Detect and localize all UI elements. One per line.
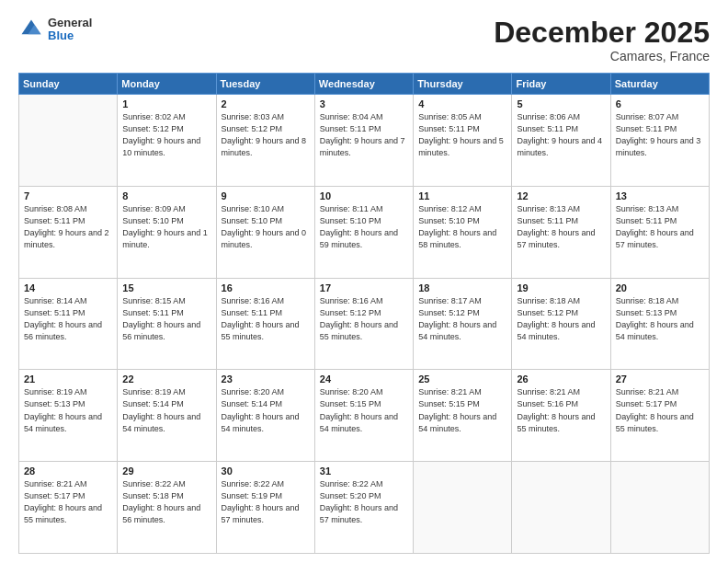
- day-info: Sunrise: 8:22 AMSunset: 5:18 PMDaylight:…: [122, 478, 210, 526]
- calendar-week-row: 21Sunrise: 8:19 AMSunset: 5:13 PMDayligh…: [19, 370, 710, 462]
- day-number: 1: [122, 98, 210, 109]
- day-info: Sunrise: 8:02 AMSunset: 5:12 PMDaylight:…: [122, 111, 210, 159]
- page: General Blue December 2025 Camares, Fran…: [0, 0, 728, 563]
- day-number: 30: [222, 465, 310, 477]
- day-info: Sunrise: 8:22 AMSunset: 5:19 PMDaylight:…: [222, 478, 310, 526]
- day-number: 14: [24, 282, 112, 293]
- table-row: 12Sunrise: 8:13 AMSunset: 5:11 PMDayligh…: [512, 186, 610, 278]
- day-info: Sunrise: 8:19 AMSunset: 5:14 PMDaylight:…: [122, 386, 210, 434]
- table-row: 7Sunrise: 8:08 AMSunset: 5:11 PMDaylight…: [19, 186, 118, 278]
- day-number: 21: [24, 373, 112, 385]
- table-row: 8Sunrise: 8:09 AMSunset: 5:10 PMDaylight…: [118, 186, 216, 278]
- day-info: Sunrise: 8:05 AMSunset: 5:11 PMDaylight:…: [418, 111, 506, 159]
- day-info: Sunrise: 8:12 AMSunset: 5:10 PMDaylight:…: [418, 203, 506, 251]
- day-info: Sunrise: 8:11 AMSunset: 5:10 PMDaylight:…: [320, 203, 408, 251]
- table-row: 5Sunrise: 8:06 AMSunset: 5:11 PMDaylight…: [512, 95, 610, 187]
- calendar-week-row: 28Sunrise: 8:21 AMSunset: 5:17 PMDayligh…: [19, 462, 710, 554]
- day-info: Sunrise: 8:15 AMSunset: 5:11 PMDaylight:…: [122, 295, 210, 343]
- day-info: Sunrise: 8:18 AMSunset: 5:13 PMDaylight:…: [616, 295, 704, 343]
- table-row: 4Sunrise: 8:05 AMSunset: 5:11 PMDaylight…: [414, 95, 512, 187]
- day-number: 9: [222, 190, 310, 201]
- day-info: Sunrise: 8:21 AMSunset: 5:17 PMDaylight:…: [616, 386, 704, 434]
- day-info: Sunrise: 8:21 AMSunset: 5:16 PMDaylight:…: [517, 386, 605, 434]
- title-block: December 2025 Camares, France: [494, 17, 710, 63]
- table-row: 17Sunrise: 8:16 AMSunset: 5:12 PMDayligh…: [314, 278, 413, 370]
- table-row: [19, 95, 118, 187]
- day-info: Sunrise: 8:21 AMSunset: 5:17 PMDaylight:…: [24, 478, 112, 526]
- day-number: 27: [616, 373, 704, 385]
- table-row: [512, 462, 610, 554]
- table-row: 6Sunrise: 8:07 AMSunset: 5:11 PMDaylight…: [610, 95, 709, 187]
- day-info: Sunrise: 8:16 AMSunset: 5:11 PMDaylight:…: [222, 295, 310, 343]
- day-number: 17: [320, 282, 408, 293]
- calendar-week-row: 1Sunrise: 8:02 AMSunset: 5:12 PMDaylight…: [19, 95, 710, 187]
- day-number: 29: [122, 465, 210, 477]
- day-number: 26: [517, 373, 605, 385]
- day-info: Sunrise: 8:04 AMSunset: 5:11 PMDaylight:…: [320, 111, 408, 159]
- day-number: 11: [418, 190, 506, 201]
- day-number: 12: [517, 190, 605, 201]
- table-row: 23Sunrise: 8:20 AMSunset: 5:14 PMDayligh…: [216, 370, 314, 462]
- day-number: 24: [320, 373, 408, 385]
- day-info: Sunrise: 8:20 AMSunset: 5:14 PMDaylight:…: [222, 386, 310, 434]
- col-sunday: Sunday: [19, 74, 118, 95]
- day-number: 31: [320, 465, 408, 477]
- table-row: 27Sunrise: 8:21 AMSunset: 5:17 PMDayligh…: [610, 370, 709, 462]
- day-number: 5: [517, 98, 605, 109]
- day-info: Sunrise: 8:06 AMSunset: 5:11 PMDaylight:…: [517, 111, 605, 159]
- table-row: 18Sunrise: 8:17 AMSunset: 5:12 PMDayligh…: [414, 278, 512, 370]
- table-row: 31Sunrise: 8:22 AMSunset: 5:20 PMDayligh…: [314, 462, 413, 554]
- day-number: 4: [418, 98, 506, 109]
- day-info: Sunrise: 8:18 AMSunset: 5:12 PMDaylight:…: [517, 295, 605, 343]
- day-number: 7: [24, 190, 112, 201]
- col-thursday: Thursday: [414, 74, 512, 95]
- table-row: 2Sunrise: 8:03 AMSunset: 5:12 PMDaylight…: [216, 95, 314, 187]
- calendar-week-row: 7Sunrise: 8:08 AMSunset: 5:11 PMDaylight…: [19, 186, 710, 278]
- day-number: 3: [320, 98, 408, 109]
- table-row: 21Sunrise: 8:19 AMSunset: 5:13 PMDayligh…: [19, 370, 118, 462]
- day-info: Sunrise: 8:10 AMSunset: 5:10 PMDaylight:…: [222, 203, 310, 251]
- table-row: 26Sunrise: 8:21 AMSunset: 5:16 PMDayligh…: [512, 370, 610, 462]
- table-row: 24Sunrise: 8:20 AMSunset: 5:15 PMDayligh…: [314, 370, 413, 462]
- col-wednesday: Wednesday: [314, 74, 413, 95]
- calendar-table: Sunday Monday Tuesday Wednesday Thursday…: [18, 73, 710, 554]
- day-number: 15: [122, 282, 210, 293]
- table-row: 19Sunrise: 8:18 AMSunset: 5:12 PMDayligh…: [512, 278, 610, 370]
- table-row: 15Sunrise: 8:15 AMSunset: 5:11 PMDayligh…: [118, 278, 216, 370]
- logo-blue-label: Blue: [48, 29, 92, 42]
- table-row: 20Sunrise: 8:18 AMSunset: 5:13 PMDayligh…: [610, 278, 709, 370]
- day-info: Sunrise: 8:22 AMSunset: 5:20 PMDaylight:…: [320, 478, 408, 526]
- logo-text: General Blue: [48, 17, 92, 43]
- table-row: 13Sunrise: 8:13 AMSunset: 5:11 PMDayligh…: [610, 186, 709, 278]
- col-monday: Monday: [118, 74, 216, 95]
- day-number: 18: [418, 282, 506, 293]
- day-number: 22: [122, 373, 210, 385]
- table-row: 30Sunrise: 8:22 AMSunset: 5:19 PMDayligh…: [216, 462, 314, 554]
- day-info: Sunrise: 8:09 AMSunset: 5:10 PMDaylight:…: [122, 203, 210, 251]
- day-number: 25: [418, 373, 506, 385]
- day-number: 28: [24, 465, 112, 477]
- table-row: 28Sunrise: 8:21 AMSunset: 5:17 PMDayligh…: [19, 462, 118, 554]
- table-row: 3Sunrise: 8:04 AMSunset: 5:11 PMDaylight…: [314, 95, 413, 187]
- day-number: 10: [320, 190, 408, 201]
- day-info: Sunrise: 8:21 AMSunset: 5:15 PMDaylight:…: [418, 386, 506, 434]
- day-info: Sunrise: 8:13 AMSunset: 5:11 PMDaylight:…: [616, 203, 704, 251]
- table-row: 10Sunrise: 8:11 AMSunset: 5:10 PMDayligh…: [314, 186, 413, 278]
- location-subtitle: Camares, France: [494, 49, 710, 63]
- day-info: Sunrise: 8:03 AMSunset: 5:12 PMDaylight:…: [222, 111, 310, 159]
- table-row: 25Sunrise: 8:21 AMSunset: 5:15 PMDayligh…: [414, 370, 512, 462]
- day-info: Sunrise: 8:14 AMSunset: 5:11 PMDaylight:…: [24, 295, 112, 343]
- day-number: 8: [122, 190, 210, 201]
- day-info: Sunrise: 8:08 AMSunset: 5:11 PMDaylight:…: [24, 203, 112, 251]
- logo-icon: [18, 17, 44, 42]
- table-row: 22Sunrise: 8:19 AMSunset: 5:14 PMDayligh…: [118, 370, 216, 462]
- day-number: 19: [517, 282, 605, 293]
- table-row: 29Sunrise: 8:22 AMSunset: 5:18 PMDayligh…: [118, 462, 216, 554]
- day-info: Sunrise: 8:17 AMSunset: 5:12 PMDaylight:…: [418, 295, 506, 343]
- col-tuesday: Tuesday: [216, 74, 314, 95]
- table-row: 9Sunrise: 8:10 AMSunset: 5:10 PMDaylight…: [216, 186, 314, 278]
- month-title: December 2025: [494, 17, 710, 49]
- table-row: [414, 462, 512, 554]
- table-row: 1Sunrise: 8:02 AMSunset: 5:12 PMDaylight…: [118, 95, 216, 187]
- day-info: Sunrise: 8:20 AMSunset: 5:15 PMDaylight:…: [320, 386, 408, 434]
